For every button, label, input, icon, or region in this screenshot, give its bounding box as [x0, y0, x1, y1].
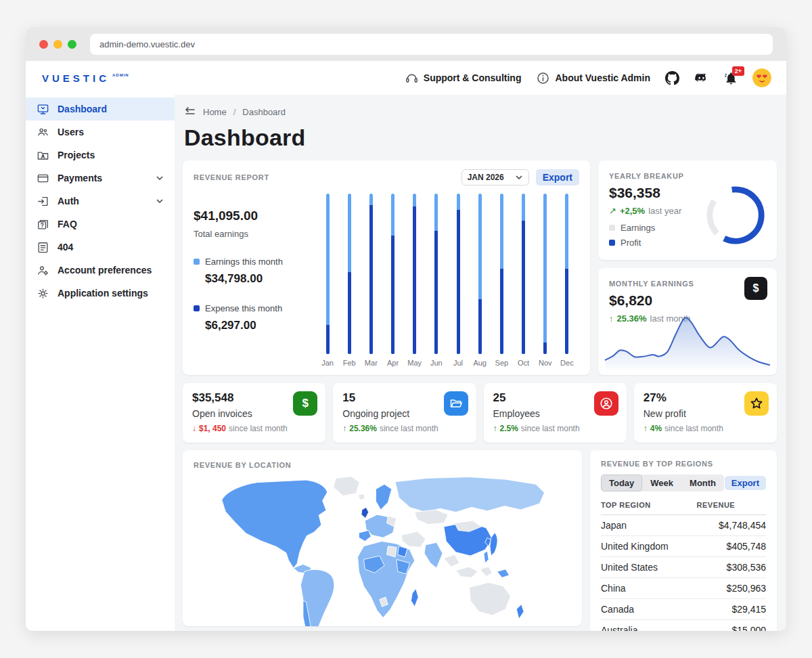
- revenue-bar-chart[interactable]: JanFebMarAprMayJunJulAugSepOctNovDec: [310, 188, 579, 368]
- bar-column[interactable]: Aug: [472, 194, 488, 368]
- sidebar-item-dashboard[interactable]: Dashboard: [26, 97, 175, 120]
- tab-today[interactable]: Today: [601, 475, 642, 491]
- map-region-greenland: [334, 477, 360, 496]
- support-consulting-link[interactable]: Support & Consulting: [405, 71, 522, 85]
- stat-delta-value: 2.5%: [500, 424, 518, 433]
- earnings-legend-swatch: [194, 259, 200, 265]
- dollar-icon: $: [293, 391, 317, 416]
- dollar-icon: $: [744, 277, 767, 300]
- breadcrumb-current: Dashboard: [242, 107, 286, 117]
- earnings-legend-label: Earnings this month: [205, 257, 283, 267]
- table-row: Japan $4,748,454: [601, 515, 766, 536]
- revenue-export-button[interactable]: Export: [536, 169, 579, 185]
- revenue-by-location-card: REVENUE BY LOCATION: [183, 450, 582, 626]
- tab-month[interactable]: Month: [681, 475, 724, 491]
- trend-down-arrow-icon: ↓: [192, 424, 196, 433]
- user-avatar[interactable]: [752, 68, 771, 87]
- quiz-icon: [37, 218, 49, 231]
- person-circle-icon: [594, 391, 618, 416]
- sidebar-item-users[interactable]: Users: [26, 120, 175, 144]
- about-vuestic-link[interactable]: About Vuestic Admin: [536, 71, 650, 85]
- vuestic-logo[interactable]: VUESTIC ADMIN: [42, 72, 129, 84]
- main-content: Home / Dashboard Dashboard REVENUE REPOR…: [175, 95, 786, 631]
- sidebar-item-account-preferences[interactable]: Account preferences: [26, 259, 175, 282]
- bar-column[interactable]: Feb: [341, 194, 357, 368]
- map-region-united-kingdom: [361, 507, 369, 518]
- map-region-indonesia: [456, 567, 478, 577]
- sidebar-item-payments[interactable]: Payments: [26, 167, 175, 190]
- tab-week[interactable]: Week: [642, 475, 681, 491]
- breadcrumb-home[interactable]: Home: [203, 107, 227, 117]
- bar-column[interactable]: Dec: [559, 194, 575, 368]
- table-row: Canada $29,415: [601, 599, 766, 620]
- revenue-by-location-title: REVENUE BY LOCATION: [194, 461, 291, 469]
- minimize-window-button[interactable]: [53, 40, 62, 49]
- sidebar-item-projects[interactable]: Projects: [26, 144, 175, 167]
- top-regions-title: REVENUE BY TOP REGIONS: [601, 460, 713, 468]
- earnings-label: Earnings: [621, 223, 655, 233]
- yearly-breakup-donut-chart[interactable]: [704, 183, 767, 247]
- expense-legend-swatch: [194, 305, 200, 311]
- chevron-down-icon: [515, 173, 523, 181]
- sidebar-item-application-settings[interactable]: Application settings: [26, 282, 175, 305]
- earnings-month-value: $34,798.00: [205, 272, 310, 286]
- browser-chrome: admin-demo.vuestic.dev: [26, 27, 786, 61]
- yearly-delta: +2,5%: [620, 206, 645, 216]
- stat-card-new-profit: 27% New profit ↑ 4% since last month: [634, 383, 777, 443]
- collapse-sidebar-icon[interactable]: [184, 106, 196, 118]
- bar-column[interactable]: Jun: [428, 194, 445, 368]
- stat-card-employees: 25 Employees ↑ 2.5% since last month: [484, 383, 627, 443]
- monthly-earnings-area-chart[interactable]: [605, 310, 770, 370]
- discord-icon[interactable]: [694, 71, 708, 85]
- url-text: admin-demo.vuestic.dev: [99, 39, 195, 49]
- bar-column[interactable]: Jul: [450, 194, 466, 368]
- map-region-russia: [395, 477, 544, 512]
- maximize-window-button[interactable]: [68, 40, 76, 49]
- regions-export-button[interactable]: Export: [725, 476, 766, 490]
- url-bar[interactable]: admin-demo.vuestic.dev: [90, 34, 773, 55]
- page-title: Dashboard: [184, 125, 777, 151]
- region-name: Australia: [601, 620, 697, 632]
- bar-column[interactable]: Mar: [363, 194, 379, 368]
- trend-up-arrow-icon: ↗: [609, 206, 616, 216]
- sidebar-item-auth[interactable]: Auth: [26, 190, 175, 213]
- breadcrumb-separator: /: [233, 107, 236, 117]
- map-region-north-america: [222, 480, 328, 568]
- map-region-australia: [469, 582, 510, 615]
- notification-badge: 2+: [732, 66, 744, 76]
- region-revenue: $308,536: [697, 557, 766, 578]
- region-revenue: $29,415: [697, 599, 766, 620]
- bar-column[interactable]: Jan: [319, 194, 336, 368]
- sidebar-label: Account preferences: [58, 265, 152, 276]
- world-map[interactable]: [194, 475, 575, 626]
- browser-window: admin-demo.vuestic.dev VUESTIC ADMIN Sup…: [26, 27, 786, 631]
- column-header-revenue: REVENUE: [697, 497, 766, 515]
- region-name: United Kingdom: [601, 536, 697, 557]
- month-select[interactable]: JAN 2026: [461, 169, 529, 185]
- notifications-button[interactable]: 2+: [723, 71, 738, 85]
- close-window-button[interactable]: [39, 40, 48, 49]
- trend-up-arrow-icon: ↑: [644, 424, 648, 433]
- bar-column[interactable]: Nov: [537, 194, 554, 368]
- folder-open-icon: [444, 391, 468, 416]
- logo-badge: ADMIN: [112, 73, 129, 77]
- stat-delta-suffix: since last month: [664, 424, 723, 433]
- map-region-kazakhstan: [415, 510, 448, 525]
- sidebar-item-faq[interactable]: FAQ: [26, 213, 175, 236]
- github-icon[interactable]: [665, 71, 679, 85]
- users-icon: [37, 126, 49, 139]
- expense-month-value: $6,297.00: [205, 319, 310, 332]
- sidebar-item-404[interactable]: 404: [26, 236, 175, 259]
- bar-column[interactable]: May: [407, 194, 423, 368]
- bar-column[interactable]: Apr: [385, 194, 401, 368]
- stat-delta-suffix: since last month: [380, 424, 438, 433]
- bar-column[interactable]: Oct: [516, 194, 532, 368]
- yearly-delta-suffix: last year: [648, 206, 681, 216]
- bar-column[interactable]: Sep: [493, 194, 510, 368]
- about-vuestic-label: About Vuestic Admin: [555, 72, 650, 83]
- monthly-earnings-title: MONTHLY EARNINGS: [609, 280, 694, 288]
- gear-icon: [37, 287, 49, 300]
- stat-delta-suffix: since last month: [229, 424, 288, 433]
- sidebar-label: Payments: [58, 173, 102, 183]
- month-select-value: JAN 2026: [468, 173, 504, 182]
